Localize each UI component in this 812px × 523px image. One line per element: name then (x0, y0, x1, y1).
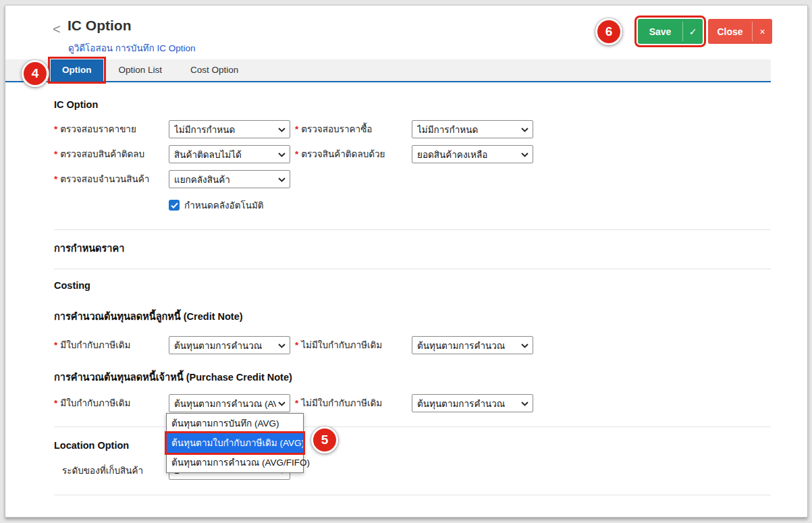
ic-option-panel: < IC Option ดูวิดีโอสอน การบันทึก IC Opt… (5, 5, 808, 518)
field-label: ระดับของที่เก็บสินค้า (62, 462, 143, 480)
chevron-down-icon (521, 402, 529, 406)
section-title-location-option: Location Option (54, 440, 129, 451)
dropdown-option-highlighted[interactable]: ต้นทุนตามใบกำกับภาษีเดิม (AVG) (167, 433, 303, 453)
close-x-icon[interactable]: × (753, 19, 772, 44)
chevron-down-icon (278, 177, 286, 182)
cn-with-tax-invoice-select[interactable]: ต้นทุนตามการคำนวณ (169, 336, 290, 354)
form-row: *มีใบกำกับภาษีเดิม ต้นทุนตามการคำนวณ (AV… (5, 394, 807, 412)
required-marker: * (295, 398, 298, 408)
dropdown-option[interactable]: ต้นทุนตามการบันทึก (AVG) (167, 414, 303, 433)
save-button-label: Save (638, 19, 682, 44)
negative-stock-by-select[interactable]: ยอดสินค้าคงเหลือ (412, 145, 533, 163)
tab-option-list[interactable]: Option List (107, 59, 174, 81)
close-button[interactable]: Close × (708, 19, 772, 44)
select-value: ต้นทุนตามการคำนวณ (417, 338, 505, 353)
field-label: *ตรวจสินค้าติดลบด้วย (295, 145, 385, 163)
select-value: ต้นทุนตามการคำนวณ (AVG/F (174, 396, 276, 411)
field-label: *ตรวจสอบจำนวนสินค้า (54, 170, 149, 188)
required-marker: * (295, 124, 298, 134)
step-5-annotation: 5 (311, 426, 338, 453)
required-marker: * (54, 124, 57, 134)
section-title-costing: Costing (54, 280, 90, 291)
field-label: *มีใบกำกับภาษีเดิม (54, 394, 130, 412)
chevron-down-icon (521, 128, 529, 132)
pcn-without-tax-invoice-select[interactable]: ต้นทุนตามการคำนวณ (412, 394, 533, 412)
required-marker: * (54, 398, 57, 408)
back-chevron-icon[interactable]: < (53, 22, 61, 37)
chevron-down-icon (278, 343, 286, 348)
pcn-with-tax-invoice-select[interactable]: ต้นทุนตามการคำนวณ (AVG/F (169, 394, 290, 412)
chevron-down-icon (278, 153, 286, 157)
chevron-down-icon (521, 343, 529, 348)
field-label: *ตรวจสอบสินค้าติดลบ (54, 145, 144, 163)
section-divider (54, 426, 771, 427)
select-value: สินค้าติดลบไม่ได้ (174, 147, 242, 162)
section-title-pricing: การกำหนดราคา (54, 240, 124, 256)
required-marker: * (295, 149, 298, 159)
section-divider (54, 269, 771, 269)
required-marker: * (54, 149, 57, 159)
sale-price-check-select[interactable]: ไม่มีการกำหนด (169, 120, 290, 138)
negative-stock-check-select[interactable]: สินค้าติดลบไม่ได้ (169, 145, 290, 163)
form-row: *ตรวจสอบจำนวนสินค้า แยกคลังสินค้า (5, 170, 807, 188)
page-title: IC Option (67, 18, 131, 34)
checkbox-label: กำหนดคลังอัตโนมัติ (184, 198, 264, 213)
save-button[interactable]: Save ✓ (638, 19, 703, 44)
step-4-annotation: 4 (22, 60, 49, 87)
step-6-annotation: 6 (595, 18, 622, 45)
form-row: *มีใบกำกับภาษีเดิม ต้นทุนตามการคำนวณ *ไม… (5, 336, 807, 354)
chevron-down-icon (278, 128, 286, 132)
required-marker: * (54, 174, 57, 184)
select-value: ไม่มีการกำหนด (174, 122, 235, 137)
section-title-credit-note: การคำนวณต้นทุนลดหนี้ลูกหนี้ (Credit Note… (54, 308, 243, 324)
section-divider (54, 229, 771, 230)
required-marker: * (54, 340, 57, 350)
purchase-price-check-select[interactable]: ไม่มีการกำหนด (412, 120, 533, 138)
form-row: ระดับของที่เก็บสินค้า 1 (5, 462, 807, 480)
form-row: *ตรวจสอบสินค้าติดลบ สินค้าติดลบไม่ได้ *ต… (5, 145, 807, 163)
section-title-ic-option: IC Option (54, 99, 98, 110)
chevron-down-icon (278, 402, 286, 406)
field-label: *ตรวจสอบราคาขาย (54, 120, 136, 138)
tab-cost-option[interactable]: Cost Option (179, 59, 250, 81)
select-value: แยกคลังสินค้า (174, 172, 230, 187)
pcn-cost-dropdown-list: ต้นทุนตามการบันทึก (AVG) ต้นทุนตามใบกำกั… (166, 413, 304, 473)
check-icon (171, 202, 178, 209)
save-check-icon[interactable]: ✓ (683, 19, 703, 44)
chevron-down-icon (521, 153, 529, 157)
section-title-purchase-credit-note: การคำนวณต้นทุนลดหนี้เจ้าหนี้ (Purchase C… (54, 369, 292, 385)
field-label: *ไม่มีใบกำกับภาษีเดิม (295, 394, 382, 412)
cn-without-tax-invoice-select[interactable]: ต้นทุนตามการคำนวณ (412, 336, 533, 354)
auto-warehouse-checkbox[interactable]: กำหนดคลังอัตโนมัติ (169, 198, 264, 213)
tab-option[interactable]: Option (51, 59, 103, 81)
field-label: *ตรวจสอบราคาซื้อ (295, 120, 372, 138)
select-value: ไม่มีการกำหนด (417, 122, 478, 137)
field-label: *มีใบกำกับภาษีเดิม (54, 336, 130, 354)
tutorial-video-link[interactable]: ดูวิดีโอสอน การบันทึก IC Option (68, 40, 195, 55)
select-value: ต้นทุนตามการคำนวณ (417, 396, 505, 411)
select-value: ยอดสินค้าคงเหลือ (417, 147, 487, 162)
select-value: ต้นทุนตามการคำนวณ (174, 338, 262, 353)
checkbox-checked[interactable] (169, 200, 180, 211)
close-button-label: Close (708, 19, 752, 44)
required-marker: * (295, 340, 298, 350)
section-divider (54, 495, 771, 495)
form-row: *ตรวจสอบราคาขาย ไม่มีการกำหนด *ตรวจสอบรา… (5, 120, 807, 138)
field-label: *ไม่มีใบกำกับภาษีเดิม (295, 336, 382, 354)
dropdown-option[interactable]: ต้นทุนตามการคำนวณ (AVG/FIFO) (167, 453, 303, 472)
stock-qty-check-select[interactable]: แยกคลังสินค้า (169, 170, 290, 188)
tab-bar: Option Option List Cost Option (5, 59, 771, 82)
